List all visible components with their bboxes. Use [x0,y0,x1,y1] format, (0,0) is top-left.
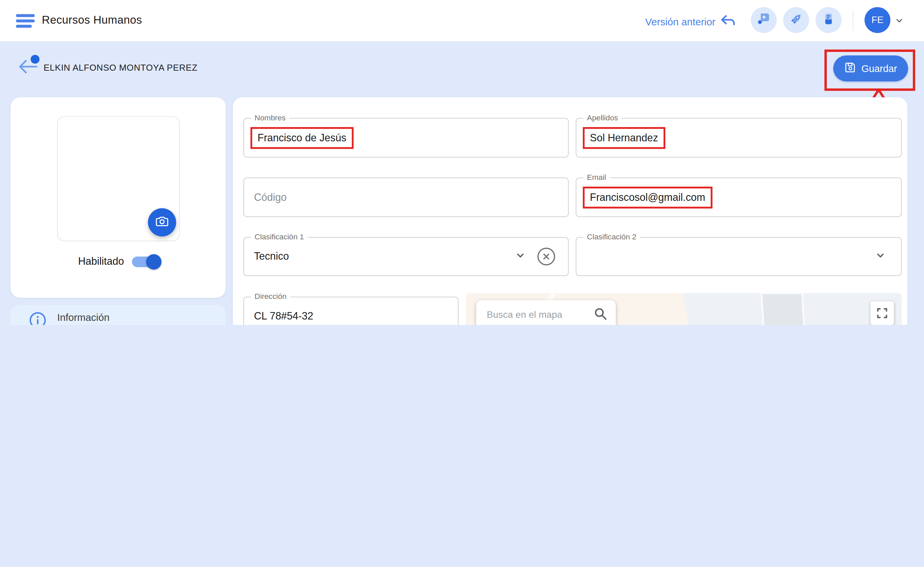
map-panel[interactable]: Busca en el mapa Fracttal | Software de … [465,293,902,325]
notes-button[interactable] [816,7,842,33]
unsaved-changes-dot [31,55,39,63]
rocket-icon [789,12,803,29]
app-title: Recursos Humanos [42,14,142,26]
previous-version-link[interactable]: Versión anterior [645,14,735,30]
email-value: Franciscosol@gmail.com [583,186,712,208]
chevron-down-icon[interactable] [515,250,526,263]
email-label: Email [584,173,610,182]
info-title: Información [57,312,110,324]
ai-chat-button[interactable] [751,7,777,33]
undo-icon [720,14,735,30]
map-search-box[interactable]: Busca en el mapa [476,300,615,325]
floppy-disk-icon [844,61,856,75]
direccion-label: Dirección [251,292,290,301]
avatar-initials: FE [871,15,884,26]
top-app-bar: Recursos Humanos Versión anterior FE [0,0,924,41]
nombres-field[interactable]: Nombres Francisco de Jesús [243,118,568,158]
save-button[interactable]: Guardar [833,56,908,81]
avatar-chevron-down-icon[interactable] [895,16,904,28]
clasificacion1-select[interactable]: Clasificación 1 Tecnico [243,237,568,276]
clasificacion1-value: Tecnico [254,250,289,263]
clasificacion1-label: Clasificación 1 [251,232,308,241]
nombres-label: Nombres [251,113,289,122]
chat-sparkle-icon [757,12,771,29]
upload-photo-button[interactable] [148,208,176,237]
direccion-field[interactable]: Dirección CL 78#54-32 [243,296,459,325]
direccion-value: CL 78#54-32 [254,310,313,322]
rocket-button[interactable] [783,7,809,33]
map-fullscreen-button[interactable] [870,301,894,325]
clasificacion2-select[interactable]: Clasificación 2 [576,237,902,276]
map-search-placeholder: Busca en el mapa [487,309,562,320]
enabled-label: Habilitado [78,255,124,268]
codigo-field[interactable]: Código [243,177,568,217]
nombres-value: Francisco de Jesús [250,127,353,149]
email-field[interactable]: Email Franciscosol@gmail.com [576,177,902,217]
search-icon [594,306,608,323]
chevron-down-icon[interactable] [875,250,885,263]
user-avatar[interactable]: FE [864,7,891,33]
apellidos-label: Apellidos [584,113,622,122]
screen: Recursos Humanos Versión anterior FE [0,0,924,325]
info-icon [28,311,47,325]
codigo-placeholder: Código [254,191,287,203]
info-banner: Información Tiene cambios pendientes por… [10,305,226,325]
document-icon [822,12,836,29]
hamburger-menu-icon[interactable] [16,14,35,29]
fullscreen-icon [876,307,888,319]
clasificacion1-clear-button[interactable] [537,248,555,265]
clasificacion2-label: Clasificación 2 [584,232,640,241]
profile-card: Habilitado [10,97,226,298]
record-title: ELKIN ALFONSO MONTOYA PEREZ [44,63,198,73]
save-button-label: Guardar [861,63,897,74]
apellidos-value: Sol Hernandez [583,127,665,149]
apellidos-field[interactable]: Apellidos Sol Hernandez [576,118,902,158]
camera-icon [155,214,169,230]
header-divider [853,11,854,30]
enabled-toggle[interactable] [132,256,158,267]
previous-version-label: Versión anterior [645,16,716,28]
